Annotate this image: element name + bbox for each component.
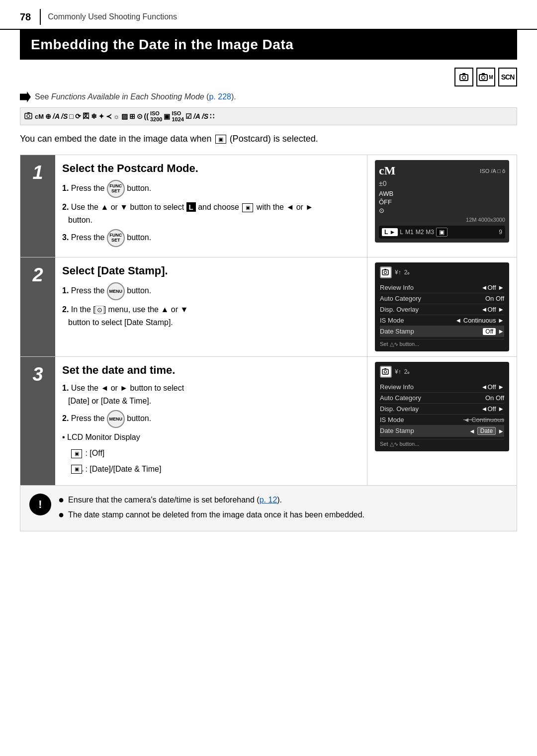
menu-tab-settings-3: ¥↑ [395, 368, 401, 375]
lcd-off-icon: ▣ [71, 449, 82, 458]
step-2-instructions: 1. Press the MENU button. 2. In the [⊙] … [62, 282, 359, 329]
lcd-date-icon: ▣* [71, 465, 82, 474]
mode-symbol-11: ≺ [106, 112, 112, 120]
header-icons: ISO /A □ ô [480, 168, 505, 174]
menu-screen-3: ¥↑ 2ₒ Review Info ◄Off ► Auto Category O… [375, 362, 509, 451]
p12-link[interactable]: p. 12 [260, 496, 277, 504]
mode-symbol-10: ✦ [98, 112, 104, 120]
bullet-dot-1: ● [58, 494, 64, 505]
step-2-number: 2 [20, 257, 55, 356]
mode-symbol-8: 図 [83, 112, 90, 121]
warning-text-2: The date stamp cannot be deleted from th… [68, 508, 364, 521]
set-button-text-3: Set △∿ button... [380, 439, 504, 447]
mode-symbol-7: ⟳ [75, 112, 81, 120]
page-category: Commonly Used Shooting Functions [48, 12, 177, 21]
func-btn-1a: FUNCSET [107, 180, 125, 198]
mode-symbol-cm: cM [35, 113, 44, 120]
mode-symbol-12: ☼ [113, 112, 120, 120]
menu-btn-2a: MENU [107, 282, 125, 300]
svg-point-1 [462, 76, 466, 80]
mode-symbol-9: ❄ [91, 112, 97, 120]
step-3-screen: ¥↑ 2ₒ Review Info ◄Off ► Auto Category O… [367, 357, 517, 485]
postcard-icon-2: ▣ [242, 203, 253, 212]
mode-symbol-17: ISO3200 [150, 110, 162, 122]
svg-point-4 [482, 76, 485, 80]
exposure-value: ±0 [379, 179, 505, 187]
list-circle: ⊙ [379, 206, 505, 215]
resolution-label: 12M 4000x3000 [379, 217, 505, 223]
mode-symbol-6: □ [69, 112, 73, 120]
menu-row-datestamp: Date Stamp Off ► [380, 326, 504, 337]
menu-row-datestamp-3: Date Stamp ◄ Date ► [380, 425, 504, 437]
mode-icon-cm: M [476, 68, 495, 86]
bar-postcard: ▣ [436, 228, 448, 237]
mode-symbol-1 [24, 112, 33, 121]
step-1-instructions: 1. Press the FUNCSET button. 2. Use the … [62, 180, 359, 247]
menu-row-review: Review Info ◄Off ► [380, 282, 504, 293]
menu-tab-person-3: 2ₒ [404, 368, 410, 375]
mode-symbol-23: ∷ [210, 112, 214, 120]
step-1-screen: cM ISO /A □ ô ±0 AWB ÔFF ⊙ 12M 4000x3000… [367, 155, 517, 257]
menu-tab-settings: ¥↑ [395, 269, 401, 276]
mode-symbol-21: /A [193, 112, 200, 120]
warning-icon: ! [29, 494, 51, 515]
menu-tab-camera-3 [380, 366, 392, 378]
menu-row-review-3: Review Info ◄Off ► [380, 382, 504, 393]
warning-bullet-1: ● Ensure that the camera's date/time is … [58, 494, 364, 506]
step-1-heading: Select the Postcard Mode. [62, 162, 359, 175]
svg-rect-11 [384, 269, 386, 270]
mode-symbol-14: ⊞ [129, 112, 135, 120]
svg-rect-14 [384, 368, 386, 369]
menu-tab-person: 2ₒ [404, 269, 410, 276]
mode-icon-camera [454, 68, 473, 86]
menu-tabs: ¥↑ 2ₒ [380, 266, 504, 278]
warning-block: ! ● Ensure that the camera's date/time i… [20, 486, 517, 531]
step-2-screen: ¥↑ 2ₒ Review Info ◄Off ► Auto Category O… [367, 257, 517, 356]
step-2-content: Select [Date Stamp]. 1. Press the MENU b… [55, 257, 367, 356]
svg-rect-9 [382, 270, 388, 275]
func-btn-1b: FUNCSET [107, 229, 125, 247]
step-1-block: 1 Select the Postcard Mode. 1. Press the… [20, 155, 517, 257]
step-1-number: 1 [20, 155, 55, 257]
bar-l-arrow: L ► [382, 228, 398, 236]
camera-bottom-bar: L ► L M1 M2 M3 ▣ 9 [379, 226, 505, 239]
postcard-icon: ▣ [215, 135, 226, 144]
page-number: 78 [20, 11, 31, 23]
warning-bullet-2: ● The date stamp cannot be deleted from … [58, 508, 364, 521]
bar-m1: M1 [405, 229, 414, 236]
menu-btn-3a: MENU [107, 410, 125, 428]
functions-link[interactable]: p. 228 [209, 92, 231, 101]
camera-list: AWB ÔFF ⊙ [379, 189, 505, 215]
see-functions-row: See Functions Available in Each Shooting… [20, 91, 517, 102]
step-3-heading: Set the date and time. [62, 364, 359, 377]
step-2-heading: Select [Date Stamp]. [62, 264, 359, 277]
mode-icon-scn: SCN [498, 68, 517, 86]
chapter-title: Embedding the Date in the Image Data [20, 30, 517, 60]
page-header: 78 Commonly Used Shooting Functions [0, 0, 537, 30]
svg-rect-5 [482, 73, 485, 75]
step-1-content: Select the Postcard Mode. 1. Press the F… [55, 155, 367, 257]
mode-symbol-19: ISO1024 [172, 110, 183, 122]
mode-symbol-3: ⊕ [45, 112, 51, 120]
menu-row-ismode-3: IS Mode ◄ Continuous [380, 415, 504, 425]
shooting-modes-bar: cM ⊕ /A /S □ ⟳ 図 ❄ ✦ ≺ ☼ ▨ ⊞ ⊙ (( ISO320… [20, 107, 517, 125]
menu-row-autocategory: Auto Category On Off [380, 293, 504, 304]
camera-screen-1: cM ISO /A □ ô ±0 AWB ÔFF ⊙ 12M 4000x3000… [375, 160, 509, 243]
menu-tabs-3: ¥↑ 2ₒ [380, 366, 504, 378]
set-button-text: Set △∿ button... [380, 339, 504, 347]
menu-row-disp: Disp. Overlay ◄Off ► [380, 304, 504, 315]
menu-row-disp-3: Disp. Overlay ◄Off ► [380, 404, 504, 415]
list-off: ÔFF [379, 198, 505, 206]
svg-rect-12 [382, 369, 388, 374]
menu-screen-2: ¥↑ 2ₒ Review Info ◄Off ► Auto Category O… [375, 262, 509, 351]
mode-symbol-16: (( [144, 112, 149, 120]
see-functions-text: See Functions Available in Each Shooting… [35, 92, 236, 101]
page-content: Embedding the Date in the Image Data M S… [0, 30, 537, 546]
warning-text: ● Ensure that the camera's date/time is … [58, 494, 364, 523]
svg-point-7 [27, 114, 30, 117]
bar-m2: M2 [416, 229, 424, 236]
menu-row-ismode: IS Mode ◄ Continuous ► [380, 315, 504, 326]
menu-tab-camera [380, 266, 392, 278]
warning-text-1: Ensure that the camera's date/time is se… [68, 494, 282, 506]
step-3-number: 3 [20, 357, 55, 485]
